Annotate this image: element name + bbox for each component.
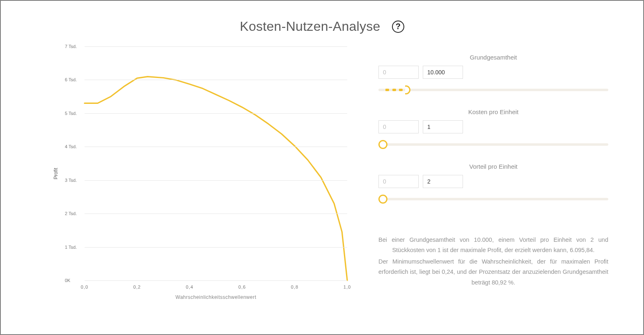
summary-line-2: Der Minimumschwellenwert für die Wahrsch…	[378, 257, 608, 288]
cost-slider[interactable]	[378, 140, 608, 149]
gridline	[85, 80, 347, 80]
x-tick-label: 0,8	[291, 285, 298, 289]
y-tick-label: 3 Tsd.	[65, 178, 77, 183]
population-slider-low-handle[interactable]	[381, 86, 390, 94]
x-tick-label: 0,4	[186, 285, 193, 289]
benefit-control: Vorteil pro Einheit	[378, 163, 608, 204]
cost-control: Kosten pro Einheit	[378, 108, 608, 149]
plot-area: Wahrscheinlichkeitsschwellenwert 0K1 Tsd…	[85, 46, 347, 280]
help-icon[interactable]: ?	[392, 21, 404, 33]
y-tick-label: 5 Tsd.	[65, 111, 77, 116]
gridline	[85, 147, 347, 147]
x-tick-label: 0,2	[133, 285, 141, 289]
profit-chart: Profit Wahrscheinlichkeitsschwellenwert …	[58, 42, 354, 305]
gridline	[85, 180, 347, 181]
y-tick-label: 2 Tsd.	[65, 211, 77, 216]
panel-content: Profit Wahrscheinlichkeitsschwellenwert …	[1, 38, 643, 305]
summary-text: Bei einer Grundgesamtheit von 10.000, ei…	[378, 218, 608, 289]
gridline	[85, 280, 347, 281]
y-tick-label: 6 Tsd.	[65, 77, 77, 82]
population-label: Grundgesamtheit	[378, 54, 608, 61]
benefit-slider-handle[interactable]	[378, 195, 387, 204]
y-tick-label: 7 Tsd.	[65, 44, 77, 49]
x-axis-label: Wahrscheinlichkeitsschwellenwert	[176, 294, 257, 300]
profit-curve	[85, 46, 347, 280]
gridline	[85, 46, 347, 47]
y-tick-label: 4 Tsd.	[65, 144, 77, 149]
cost-min-input[interactable]	[378, 120, 419, 133]
gridline	[85, 247, 347, 248]
population-control: Grundgesamtheit	[378, 54, 608, 94]
x-tick-label: 0,0	[81, 285, 88, 289]
panel-header: Kosten-Nutzen-Analyse ?	[1, 1, 643, 38]
y-axis-label: Profit	[53, 168, 59, 179]
gridline	[85, 113, 347, 114]
summary-line-1: Bei einer Grundgesamtheit von 10.000, ei…	[378, 235, 608, 256]
cost-benefit-panel: Kosten-Nutzen-Analyse ? Profit Wahrschei…	[1, 1, 643, 334]
x-tick-label: 1,0	[344, 285, 351, 289]
controls-column: Grundgesamtheit Kosten pro Einheit	[378, 42, 608, 305]
y-tick-label: 1 Tsd.	[65, 245, 77, 250]
benefit-slider[interactable]	[378, 195, 608, 204]
benefit-value-input[interactable]	[423, 175, 463, 188]
gridline	[85, 213, 347, 214]
population-max-input[interactable]	[423, 66, 463, 79]
benefit-min-input[interactable]	[378, 175, 419, 188]
panel-title: Kosten-Nutzen-Analyse	[240, 19, 380, 34]
y-tick-label: 0K	[65, 278, 70, 283]
population-min-input[interactable]	[378, 66, 419, 79]
x-tick-label: 0,6	[238, 285, 246, 289]
population-range-slider[interactable]	[378, 85, 608, 94]
cost-value-input[interactable]	[423, 120, 463, 133]
cost-label: Kosten pro Einheit	[378, 108, 608, 115]
cost-slider-handle[interactable]	[378, 140, 387, 149]
benefit-label: Vorteil pro Einheit	[378, 163, 608, 170]
